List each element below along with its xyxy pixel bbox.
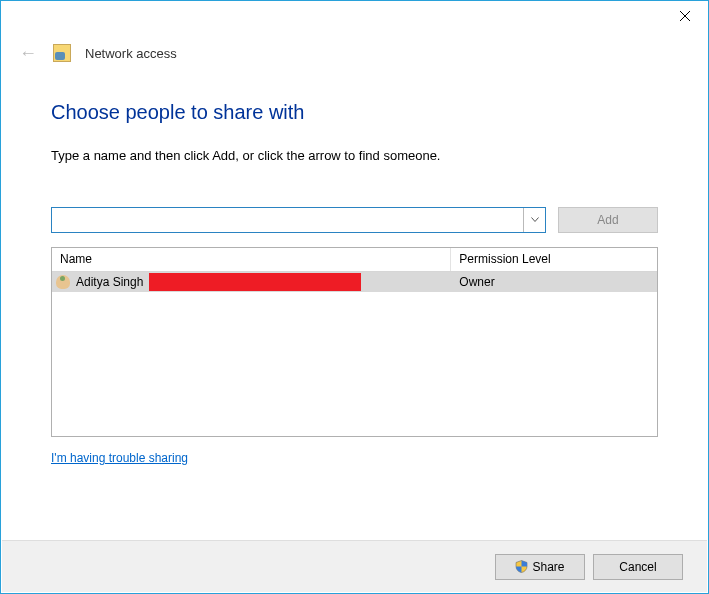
content-area: Choose people to share with Type a name … xyxy=(1,71,708,465)
table-row[interactable]: Aditya Singh Owner xyxy=(52,272,657,292)
close-icon xyxy=(679,10,691,22)
column-name-header[interactable]: Name xyxy=(52,248,451,271)
cell-name: Aditya Singh xyxy=(52,273,451,291)
close-button[interactable] xyxy=(662,1,708,31)
footer-bar: Share Cancel xyxy=(2,540,707,592)
input-row: Add xyxy=(51,207,658,233)
header-row: ← Network access xyxy=(1,35,708,71)
user-icon xyxy=(56,275,70,289)
redacted-block xyxy=(149,273,361,291)
share-button[interactable]: Share xyxy=(495,554,585,580)
user-name-text: Aditya Singh xyxy=(76,275,143,289)
table-header: Name Permission Level xyxy=(52,248,657,272)
instruction-text: Type a name and then click Add, or click… xyxy=(51,148,658,163)
cell-permission: Owner xyxy=(451,275,657,289)
back-arrow-icon: ← xyxy=(17,43,39,64)
trouble-sharing-link[interactable]: I'm having trouble sharing xyxy=(51,451,188,465)
name-input[interactable] xyxy=(52,208,523,232)
header-title: Network access xyxy=(85,46,177,61)
name-combobox[interactable] xyxy=(51,207,546,233)
add-button[interactable]: Add xyxy=(558,207,658,233)
page-heading: Choose people to share with xyxy=(51,101,658,124)
combobox-arrow[interactable] xyxy=(523,208,545,232)
title-bar xyxy=(1,1,708,35)
people-table: Name Permission Level Aditya Singh Owner xyxy=(51,247,658,437)
shield-icon xyxy=(515,560,528,573)
cancel-button[interactable]: Cancel xyxy=(593,554,683,580)
column-permission-header[interactable]: Permission Level xyxy=(451,248,657,271)
chevron-down-icon xyxy=(531,217,539,223)
network-access-icon xyxy=(53,44,71,62)
share-button-label: Share xyxy=(532,560,564,574)
